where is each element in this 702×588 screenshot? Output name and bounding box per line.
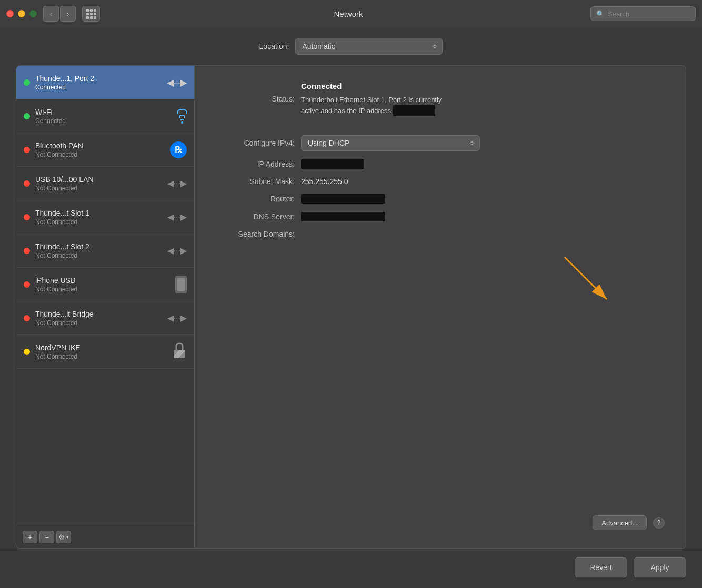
ethernet-icon: ◀···▶ [167, 178, 187, 189]
vpn-lock-icon [172, 341, 187, 362]
search-box[interactable]: 🔍 [590, 6, 696, 21]
net-status: Connected [35, 117, 173, 125]
net-name: Thunde...1, Port 2 [35, 74, 163, 83]
ethernet-icon: ◀···▶ [167, 77, 187, 88]
close-button[interactable] [6, 10, 14, 17]
sidebar: Thunde...1, Port 2 Connected ◀···▶ Wi-Fi… [16, 65, 195, 549]
configure-ipv4-row: Configure IPv4: Using DHCP Manually Usin… [216, 135, 665, 151]
net-info: Thunde...t Slot 2 Not Connected [35, 242, 163, 259]
annotation-arrow [549, 252, 623, 310]
net-info: USB 10/...00 LAN Not Connected [35, 175, 163, 192]
search-domains-label: Search Domains: [216, 230, 295, 238]
add-network-button[interactable]: + [23, 531, 37, 543]
traffic-lights [6, 10, 37, 17]
grid-icon [86, 9, 96, 19]
net-status: Not Connected [35, 286, 171, 293]
sidebar-toolbar: + − ⚙ ▾ [16, 525, 194, 548]
revert-button[interactable]: Revert [575, 557, 627, 577]
net-status: Not Connected [35, 252, 163, 259]
status-dot-red [24, 180, 30, 187]
list-item[interactable]: iPhone USB Not Connected [16, 268, 194, 301]
status-dot-red [24, 214, 30, 220]
net-name: Thunde...t Slot 2 [35, 242, 163, 251]
ip-address-redacted [393, 105, 435, 117]
status-label: Status: [216, 95, 295, 103]
gear-menu-button[interactable]: ⚙ ▾ [56, 531, 71, 543]
detail-spacer [216, 247, 665, 509]
router-row: Router: [216, 194, 665, 204]
net-status: Not Connected [35, 151, 166, 158]
net-info: Wi-Fi Connected [35, 108, 173, 125]
net-info: Thunde...t Slot 1 Not Connected [35, 209, 163, 226]
status-dot-red [24, 315, 30, 321]
status-dot-red [24, 248, 30, 254]
list-item[interactable]: Thunde...t Slot 2 Not Connected ◀···▶ [16, 234, 194, 268]
configure-ipv4-label: Configure IPv4: [216, 139, 295, 147]
svg-line-6 [565, 257, 607, 299]
net-name: USB 10/...00 LAN [35, 175, 163, 184]
ip-address-value [301, 159, 364, 169]
status-description: Thunderbolt Ethernet Slot 1, Port 2 is c… [301, 95, 442, 116]
list-item[interactable]: NordVPN IKE Not Connected [16, 335, 194, 369]
phone-icon [175, 276, 187, 293]
location-select[interactable]: Automatic Edit Locations... [295, 38, 443, 55]
remove-network-button[interactable]: − [39, 531, 54, 543]
location-label: Location: [259, 42, 289, 50]
list-item[interactable]: USB 10/...00 LAN Not Connected ◀···▶ [16, 167, 194, 200]
subnet-mask-label: Subnet Mask: [216, 177, 295, 186]
net-info: NordVPN IKE Not Connected [35, 343, 168, 360]
router-label: Router: [216, 195, 295, 203]
grid-view-button[interactable] [82, 6, 100, 22]
dns-server-row: DNS Server: [216, 212, 665, 221]
net-info: Thunde...1, Port 2 Connected [35, 74, 163, 91]
bluetooth-icon: ℞ [170, 141, 187, 158]
main-content: Location: Automatic Edit Locations... Th… [0, 27, 702, 549]
back-button[interactable]: ‹ [43, 6, 59, 22]
forward-button[interactable]: › [60, 6, 76, 22]
net-status: Not Connected [35, 319, 163, 327]
status-dot-green [24, 113, 30, 119]
net-info: Thunde...lt Bridge Not Connected [35, 310, 163, 327]
net-name: Wi-Fi [35, 108, 173, 116]
net-info: Bluetooth PAN Not Connected [35, 141, 166, 158]
location-bar: Location: Automatic Edit Locations... [16, 38, 686, 55]
footer: Revert Apply [0, 549, 702, 588]
ethernet-icon: ◀···▶ [167, 312, 187, 323]
list-item[interactable]: Thunde...1, Port 2 Connected ◀···▶ [16, 66, 194, 99]
ethernet-dots-icon: ◀···▶ [167, 245, 187, 256]
list-item[interactable]: Wi-Fi Connected [16, 99, 194, 133]
detail-panel: Status: Connected Thunderbolt Ethernet S… [195, 65, 686, 549]
subnet-mask-row: Subnet Mask: 255.255.255.0 [216, 177, 665, 186]
status-row: Status: Connected Thunderbolt Ethernet S… [216, 82, 665, 116]
wifi-icon [177, 109, 187, 124]
status-dot-red [24, 147, 30, 153]
search-icon: 🔍 [596, 10, 605, 18]
list-item[interactable]: Bluetooth PAN Not Connected ℞ [16, 133, 194, 167]
net-name: NordVPN IKE [35, 343, 168, 352]
status-dot-green [24, 79, 30, 86]
list-item[interactable]: Thunde...lt Bridge Not Connected ◀···▶ [16, 301, 194, 335]
list-item[interactable]: Thunde...t Slot 1 Not Connected ◀···▶ [16, 200, 194, 234]
dns-server-value [301, 212, 385, 221]
titlebar: ‹ › Network 🔍 [0, 0, 702, 27]
advanced-button[interactable]: Advanced... [593, 515, 647, 530]
net-status: Connected [35, 84, 163, 91]
ip-address-label: IP Address: [216, 160, 295, 168]
status-dot-red [24, 281, 30, 288]
dns-server-label: DNS Server: [216, 212, 295, 221]
network-list: Thunde...1, Port 2 Connected ◀···▶ Wi-Fi… [16, 66, 194, 525]
help-button[interactable]: ? [653, 517, 665, 529]
net-status: Not Connected [35, 353, 168, 360]
chevron-down-icon: ▾ [66, 534, 69, 540]
net-name: Thunde...lt Bridge [35, 310, 163, 318]
search-input[interactable] [608, 10, 690, 18]
ip-address-row: IP Address: [216, 159, 665, 169]
nav-buttons: ‹ › [43, 6, 76, 22]
apply-button[interactable]: Apply [634, 557, 686, 577]
net-name: Thunde...t Slot 1 [35, 209, 163, 217]
minimize-button[interactable] [18, 10, 25, 17]
configure-ipv4-select[interactable]: Using DHCP Manually Using BOOTP [301, 135, 480, 151]
net-name: Bluetooth PAN [35, 141, 166, 150]
status-dot-yellow [24, 349, 30, 355]
fullscreen-button[interactable] [29, 10, 37, 17]
